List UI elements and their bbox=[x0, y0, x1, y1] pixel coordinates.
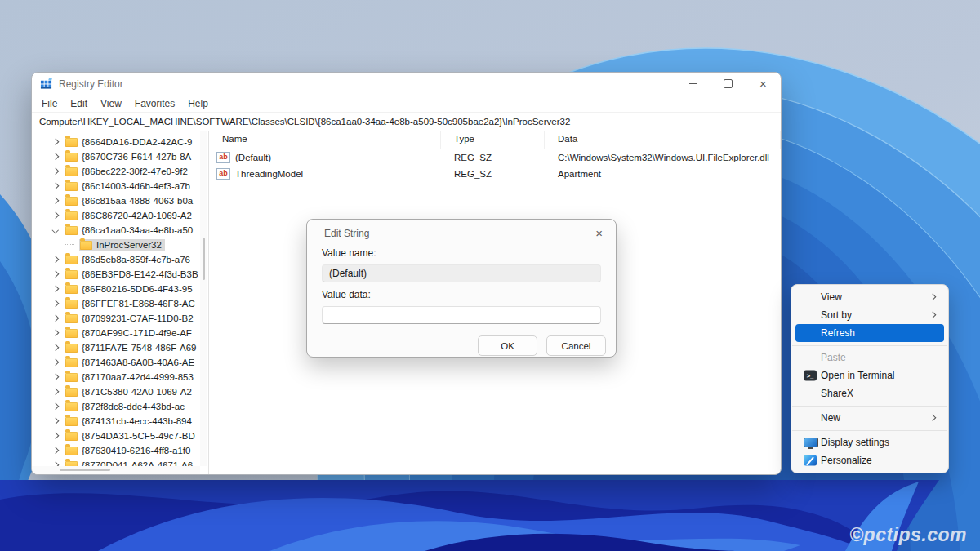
context-menu-item[interactable]: Sort by bbox=[795, 306, 944, 324]
chevron-right-icon[interactable] bbox=[51, 154, 65, 159]
tree-item-body[interactable]: {87099231-C7AF-11D0-B2 bbox=[65, 313, 197, 324]
chevron-right-icon[interactable] bbox=[51, 360, 65, 365]
context-menu-item[interactable]: ShareX bbox=[795, 384, 944, 402]
chevron-right-icon[interactable] bbox=[51, 331, 65, 335]
chevron-right-icon[interactable] bbox=[51, 198, 65, 203]
column-header[interactable]: Type bbox=[441, 131, 545, 149]
tree-vertical-scrollbar[interactable] bbox=[200, 131, 207, 466]
tree-item-body[interactable]: {86FFEF81-E868-46F8-AC bbox=[65, 298, 198, 309]
chevron-right-icon[interactable] bbox=[51, 257, 65, 262]
tree-item-body[interactable]: {872f8dc8-dde4-43bd-ac bbox=[65, 401, 188, 412]
value-name-field[interactable]: (Default) bbox=[322, 264, 601, 282]
tree-horizontal-scrollbar[interactable] bbox=[32, 466, 200, 474]
tree-item[interactable]: {86c14003-4d6b-4ef3-a7b bbox=[32, 179, 208, 193]
tree-item-body[interactable]: {87170aa7-42d4-4999-853 bbox=[65, 371, 197, 383]
tree-item-body[interactable]: {874131cb-4ecc-443b-894 bbox=[65, 415, 195, 427]
column-header[interactable]: Data bbox=[545, 131, 781, 149]
cancel-button[interactable]: Cancel bbox=[546, 335, 606, 356]
chevron-right-icon[interactable] bbox=[51, 345, 65, 350]
tree-item[interactable]: {8664DA16-DDA2-42AC-9 bbox=[32, 135, 208, 149]
chevron-right-icon[interactable] bbox=[51, 448, 65, 453]
tree-item[interactable]: {8711FA7E-7548-486F-A69 bbox=[32, 340, 208, 355]
tree-item-body[interactable]: {86d5eb8a-859f-4c7b-a76 bbox=[65, 254, 194, 265]
tree-item[interactable]: {870AF99C-171D-4f9e-AF bbox=[32, 326, 208, 340]
address-bar[interactable]: Computer\HKEY_LOCAL_MACHINE\SOFTWARE\Cla… bbox=[32, 113, 781, 131]
scrollbar-thumb[interactable] bbox=[60, 469, 110, 471]
tree-item[interactable]: {871463A8-6A0B-40A6-AE bbox=[32, 355, 208, 370]
minimize-button[interactable] bbox=[675, 73, 710, 95]
tree-item[interactable]: {86c815aa-4888-4063-b0a bbox=[32, 193, 208, 208]
chevron-right-icon[interactable] bbox=[51, 140, 65, 144]
tree-item[interactable]: {86F80216-5DD6-4F43-95 bbox=[32, 282, 208, 296]
tree-item[interactable]: {86C86720-42A0-1069-A2 bbox=[32, 208, 208, 223]
chevron-right-icon[interactable] bbox=[51, 213, 65, 218]
tree-item-body[interactable]: {86F80216-5DD6-4F43-95 bbox=[65, 283, 196, 295]
value-row[interactable]: ab ThreadingModel REG_SZ Apartment bbox=[209, 166, 781, 182]
chevron-right-icon[interactable] bbox=[51, 169, 65, 174]
tree-item[interactable]: {874131cb-4ecc-443b-894 bbox=[32, 414, 208, 429]
registry-tree-pane[interactable]: {8664DA16-DDA2-42AC-9 {8670C736-F614-427… bbox=[32, 131, 209, 474]
tree-item[interactable]: {8670C736-F614-427b-8A bbox=[32, 149, 208, 164]
scrollbar-thumb[interactable] bbox=[203, 238, 205, 280]
menubar-item[interactable]: Favorites bbox=[128, 96, 181, 111]
chevron-right-icon[interactable] bbox=[51, 433, 65, 438]
context-menu-item[interactable]: Refresh bbox=[795, 324, 944, 342]
context-menu-item[interactable]: New bbox=[795, 409, 944, 427]
chevron-right-icon[interactable] bbox=[51, 272, 65, 277]
tree-item[interactable]: {87099231-C7AF-11D0-B2 bbox=[32, 311, 208, 326]
chevron-right-icon[interactable] bbox=[51, 184, 65, 189]
tree-item-body[interactable]: {871C5380-42A0-1069-A2 bbox=[65, 386, 195, 398]
tree-item-body[interactable]: {86bec222-30f2-47e0-9f2 bbox=[65, 166, 191, 177]
tree-item-body[interactable]: {8664DA16-DDA2-42AC-9 bbox=[65, 136, 196, 148]
dialog-close-button[interactable]: × bbox=[592, 227, 606, 239]
tree-item[interactable]: {86bec222-30f2-47e0-9f2 bbox=[32, 164, 208, 179]
dialog-titlebar[interactable]: Edit String × bbox=[307, 220, 616, 241]
tree-item-body[interactable]: {86c14003-4d6b-4ef3-a7b bbox=[65, 180, 194, 192]
tree-item-body[interactable]: {8711FA7E-7548-486F-A69 bbox=[65, 342, 199, 353]
tree-item[interactable]: {87630419-6216-4ff8-a1f0 bbox=[32, 443, 208, 458]
context-menu-item[interactable]: View bbox=[795, 288, 944, 306]
chevron-right-icon[interactable] bbox=[51, 301, 65, 306]
value-data-input[interactable] bbox=[322, 306, 601, 324]
tree-item-body[interactable]: InProcServer32 bbox=[79, 239, 165, 251]
close-button[interactable]: × bbox=[746, 73, 781, 95]
maximize-button[interactable] bbox=[710, 73, 746, 95]
context-menu-item[interactable]: Personalize bbox=[795, 451, 944, 469]
chevron-right-icon[interactable] bbox=[51, 404, 65, 409]
tree-item-body[interactable]: {87630419-6216-4ff8-a1f0 bbox=[65, 445, 194, 456]
tree-item[interactable]: {872f8dc8-dde4-43bd-ac bbox=[32, 399, 208, 414]
tree-item[interactable]: {87170aa7-42d4-4999-853 bbox=[32, 370, 208, 384]
tree-item-body[interactable]: {86EB3FD8-E142-4f3d-B3B bbox=[65, 269, 202, 280]
tree-item[interactable]: InProcServer32 bbox=[32, 238, 208, 252]
tree-item[interactable]: {86d5eb8a-859f-4c7b-a76 bbox=[32, 252, 208, 267]
context-menu-item[interactable]: Display settings bbox=[795, 433, 944, 451]
context-menu-item[interactable]: Open in Terminal bbox=[795, 367, 944, 384]
ok-button[interactable]: OK bbox=[478, 335, 537, 356]
titlebar[interactable]: Registry Editor × bbox=[32, 73, 781, 95]
chevron-right-icon[interactable] bbox=[51, 419, 65, 424]
tree-item-body[interactable]: {870AF99C-171D-4f9e-AF bbox=[65, 327, 195, 339]
chevron-right-icon[interactable] bbox=[51, 389, 65, 394]
chevron-right-icon[interactable] bbox=[51, 287, 65, 291]
tree-item-body[interactable]: {8670C736-F614-427b-8A bbox=[65, 151, 194, 162]
tree-item[interactable]: {871C5380-42A0-1069-A2 bbox=[32, 384, 208, 399]
tree-item-body[interactable]: {86ca1aa0-34aa-4e8b-a50 bbox=[65, 224, 196, 236]
menubar-item[interactable]: View bbox=[94, 96, 128, 111]
column-header[interactable]: Name bbox=[209, 131, 441, 149]
tree-item-body[interactable]: {86c815aa-4888-4063-b0a bbox=[65, 195, 196, 207]
menubar-item[interactable]: Edit bbox=[64, 96, 94, 111]
tree-item[interactable]: {8754DA31-5CF5-49c7-BD bbox=[32, 429, 208, 443]
chevron-down-icon[interactable] bbox=[51, 228, 65, 233]
chevron-right-icon[interactable] bbox=[51, 316, 65, 321]
tree-item-body[interactable]: {871463A8-6A0B-40A6-AE bbox=[65, 357, 198, 368]
chevron-right-icon[interactable] bbox=[51, 375, 65, 380]
tree-item[interactable]: {86EB3FD8-E142-4f3d-B3B bbox=[32, 267, 208, 282]
menubar-item[interactable]: Help bbox=[181, 96, 215, 111]
tree-item[interactable]: {86FFEF81-E868-46F8-AC bbox=[32, 296, 208, 311]
tree-item-body[interactable]: {86C86720-42A0-1069-A2 bbox=[65, 210, 195, 221]
tree-item[interactable]: {86ca1aa0-34aa-4e8b-a50 bbox=[32, 223, 208, 238]
tree-item-body[interactable]: {8754DA31-5CF5-49c7-BD bbox=[65, 430, 198, 442]
menubar-item[interactable]: File bbox=[35, 96, 64, 111]
value-row[interactable]: ab (Default) REG_SZ C:\Windows\System32\… bbox=[209, 149, 781, 166]
context-menu-item[interactable]: Paste bbox=[795, 349, 944, 367]
